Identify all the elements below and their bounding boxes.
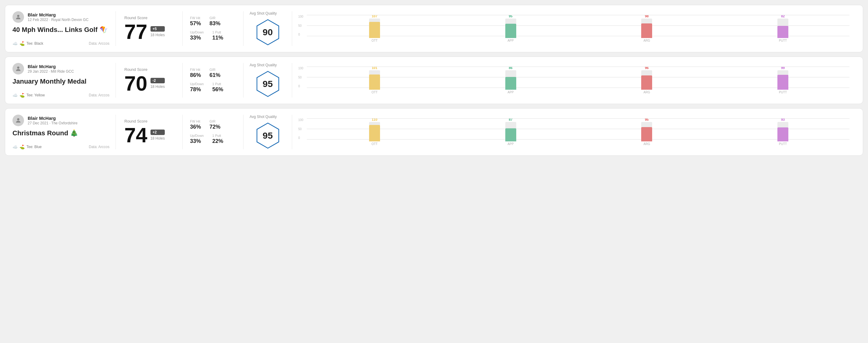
quality-label: Avg Shot Quality bbox=[250, 63, 277, 67]
updown-value: 78% bbox=[190, 86, 204, 93]
bottom-row: ☁️ ⛳ Tee: Blue Data: Arccos bbox=[12, 145, 110, 149]
tee-label: Tee: Yellow bbox=[26, 93, 45, 97]
round-left-info: Blair McHarg 29 Jan 2022 · Mill Ride GCC… bbox=[12, 63, 116, 98]
gir-value: 83% bbox=[210, 20, 220, 27]
bar-ott: 110OTT bbox=[308, 118, 441, 146]
user-info: Blair McHarg 27 Dec 2021 · The Oxfordshi… bbox=[28, 116, 78, 125]
quality-label: Avg Shot Quality bbox=[250, 115, 277, 119]
bottom-row: ☁️ ⛳ Tee: Yellow Data: Arccos bbox=[12, 93, 110, 98]
flag-icon: ⛳ bbox=[20, 145, 25, 149]
score-number: 70 bbox=[124, 73, 148, 94]
fw-hit-stat: FW Hit 86% bbox=[190, 68, 201, 79]
oneputt-stat: 1 Putt 22% bbox=[212, 134, 223, 145]
oneputt-stat: 1 Putt 56% bbox=[212, 82, 223, 93]
holes-label: 18 Holes bbox=[151, 33, 165, 37]
avatar bbox=[12, 11, 24, 23]
stats-section: FW Hit 86% GIR 61% Up/Down 78% 1 Putt 56… bbox=[183, 63, 244, 98]
chart-section: 100500110OTT87APP95ARG93PUTT bbox=[292, 115, 856, 149]
round-left-info: Blair McHarg 12 Feb 2022 · Royal North D… bbox=[12, 11, 116, 46]
quality-section: Avg Shot Quality 95 bbox=[244, 115, 292, 149]
bar-ott: 107OTT bbox=[308, 14, 441, 42]
tee-info: ☁️ ⛳ Tee: Black bbox=[12, 41, 43, 46]
updown-stat: Up/Down 78% bbox=[190, 82, 204, 93]
weather-icon: ☁️ bbox=[12, 93, 18, 98]
gir-stat: GIR 83% bbox=[210, 16, 220, 27]
round-title: Christmas Round 🎄 bbox=[12, 129, 110, 137]
holes-label: 18 Holes bbox=[151, 85, 165, 89]
svg-point-2 bbox=[17, 118, 19, 120]
hexagon-container: 90 bbox=[254, 19, 282, 46]
user-info: Blair McHarg 29 Jan 2022 · Mill Ride GCC bbox=[28, 64, 74, 73]
stats-section: FW Hit 36% GIR 72% Up/Down 33% 1 Putt 22… bbox=[183, 115, 244, 149]
quality-label: Avg Shot Quality bbox=[250, 11, 277, 15]
gir-label: GIR bbox=[210, 120, 220, 123]
bar-putt: 82PUTT bbox=[716, 14, 849, 42]
round-card-1: Blair McHarg 12 Feb 2022 · Royal North D… bbox=[5, 5, 863, 52]
hexagon-score: 95 bbox=[263, 79, 273, 89]
score-number: 74 bbox=[124, 125, 148, 145]
date-course: 27 Dec 2021 · The Oxfordshire bbox=[28, 121, 78, 125]
tee-info: ☁️ ⛳ Tee: Yellow bbox=[12, 93, 45, 98]
stats-row-top: FW Hit 86% GIR 61% bbox=[190, 68, 236, 79]
stats-row-bottom: Up/Down 78% 1 Putt 56% bbox=[190, 82, 236, 93]
gir-value: 61% bbox=[210, 72, 220, 79]
stats-row-top: FW Hit 57% GIR 83% bbox=[190, 16, 236, 27]
fw-hit-stat: FW Hit 36% bbox=[190, 120, 201, 130]
updown-value: 33% bbox=[190, 35, 204, 41]
user-name: Blair McHarg bbox=[28, 64, 74, 69]
bar-app: 95APP bbox=[444, 14, 577, 42]
chart-section: 100500107OTT95APP98ARG82PUTT bbox=[292, 11, 856, 46]
stats-row-bottom: Up/Down 33% 1 Putt 22% bbox=[190, 134, 236, 145]
user-name: Blair McHarg bbox=[28, 12, 89, 17]
score-badge: +2 bbox=[151, 129, 165, 135]
hexagon-container: 95 bbox=[254, 122, 282, 149]
svg-point-0 bbox=[17, 15, 19, 17]
score-row: 74 +2 18 Holes bbox=[124, 125, 174, 145]
score-number: 77 bbox=[124, 21, 148, 42]
bar-putt: 99PUTT bbox=[716, 66, 849, 94]
user-icon bbox=[15, 65, 22, 72]
bar-arg: 95ARG bbox=[580, 118, 714, 146]
updown-label: Up/Down bbox=[190, 30, 204, 34]
updown-stat: Up/Down 33% bbox=[190, 30, 204, 41]
round-card-3: Blair McHarg 27 Dec 2021 · The Oxfordshi… bbox=[5, 108, 863, 156]
weather-icon: ☁️ bbox=[12, 41, 18, 46]
stats-section: FW Hit 57% GIR 83% Up/Down 33% 1 Putt 11… bbox=[183, 11, 244, 46]
round-title: January Monthly Medal bbox=[12, 77, 110, 86]
user-row: Blair McHarg 29 Jan 2022 · Mill Ride GCC bbox=[12, 63, 110, 74]
user-name: Blair McHarg bbox=[28, 116, 78, 121]
round-score-label: Round Score bbox=[124, 119, 174, 123]
hexagon-container: 95 bbox=[254, 70, 282, 98]
bar-chart-round-2: 100500101OTT86APP96ARG99PUTT bbox=[298, 67, 849, 94]
oneputt-label: 1 Putt bbox=[212, 30, 223, 34]
stats-row-top: FW Hit 36% GIR 72% bbox=[190, 120, 236, 130]
user-icon bbox=[15, 117, 22, 124]
tee-info: ☁️ ⛳ Tee: Blue bbox=[12, 145, 42, 149]
stats-row-bottom: Up/Down 33% 1 Putt 11% bbox=[190, 30, 236, 41]
gir-label: GIR bbox=[210, 68, 220, 71]
bar-ott: 101OTT bbox=[308, 66, 441, 94]
bottom-row: ☁️ ⛳ Tee: Black Data: Arccos bbox=[12, 41, 110, 46]
score-detail: -2 18 Holes bbox=[151, 78, 165, 89]
bar-arg: 96ARG bbox=[580, 66, 714, 94]
round-title: 40 Mph Winds... Links Golf 🪁 bbox=[12, 26, 110, 34]
bar-chart-round-3: 100500110OTT87APP95ARG93PUTT bbox=[298, 118, 849, 146]
round-score-label: Round Score bbox=[124, 15, 174, 20]
score-section: Round Score 70 -2 18 Holes bbox=[116, 63, 183, 98]
flag-icon: ⛳ bbox=[20, 93, 25, 98]
fw-hit-label: FW Hit bbox=[190, 16, 201, 20]
fw-hit-value: 86% bbox=[190, 72, 201, 79]
data-source: Data: Arccos bbox=[89, 41, 110, 45]
updown-stat: Up/Down 33% bbox=[190, 134, 204, 145]
flag-icon: ⛳ bbox=[20, 41, 25, 46]
updown-value: 33% bbox=[190, 138, 204, 145]
tee-label: Tee: Blue bbox=[26, 145, 42, 149]
holes-label: 18 Holes bbox=[151, 136, 165, 141]
user-icon bbox=[15, 14, 22, 20]
score-row: 77 +5 18 Holes bbox=[124, 21, 174, 42]
score-badge: -2 bbox=[151, 78, 165, 83]
gir-stat: GIR 72% bbox=[210, 120, 220, 130]
score-section: Round Score 77 +5 18 Holes bbox=[116, 11, 183, 46]
user-info: Blair McHarg 12 Feb 2022 · Royal North D… bbox=[28, 12, 89, 22]
score-row: 70 -2 18 Holes bbox=[124, 73, 174, 94]
